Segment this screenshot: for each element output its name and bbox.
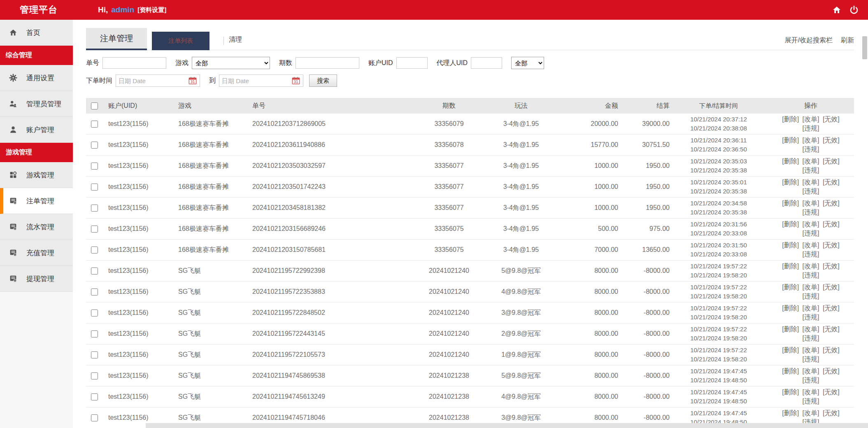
- action-invalid-link[interactable]: [无效]: [823, 137, 840, 144]
- action-violation-link[interactable]: [违规]: [803, 293, 819, 300]
- action-delete-link[interactable]: [删除]: [782, 242, 799, 249]
- action-invalid-link[interactable]: [无效]: [823, 388, 840, 395]
- action-delete-link[interactable]: [删除]: [782, 263, 799, 270]
- row-checkbox[interactable]: [91, 163, 98, 170]
- period-input[interactable]: [296, 57, 359, 69]
- action-delete-link[interactable]: [删除]: [782, 137, 799, 144]
- row-checkbox[interactable]: [91, 330, 98, 337]
- action-modify-link[interactable]: [改单]: [803, 200, 819, 207]
- action-modify-link[interactable]: [改单]: [803, 326, 819, 333]
- home-icon[interactable]: [832, 5, 842, 15]
- action-violation-link[interactable]: [违规]: [803, 335, 819, 342]
- action-modify-link[interactable]: [改单]: [803, 347, 819, 354]
- action-modify-link[interactable]: [改单]: [803, 158, 819, 165]
- action-modify-link[interactable]: [改单]: [803, 221, 819, 228]
- action-modify-link[interactable]: [改单]: [803, 242, 819, 249]
- calendar-icon[interactable]: 31: [188, 76, 197, 85]
- row-checkbox[interactable]: [91, 142, 98, 149]
- action-violation-link[interactable]: [违规]: [803, 314, 819, 321]
- action-violation-link[interactable]: [违规]: [803, 230, 819, 237]
- action-delete-link[interactable]: [删除]: [782, 347, 799, 354]
- agent-uid-input[interactable]: [471, 57, 502, 69]
- action-delete-link[interactable]: [删除]: [782, 158, 799, 165]
- row-checkbox[interactable]: [91, 247, 98, 254]
- row-checkbox[interactable]: [91, 309, 98, 316]
- sidebar-item-admin-management[interactable]: 管理员管理: [0, 91, 73, 117]
- action-violation-link[interactable]: [违规]: [803, 272, 819, 279]
- action-delete-link[interactable]: [删除]: [782, 326, 799, 333]
- action-invalid-link[interactable]: [无效]: [823, 305, 840, 312]
- action-delete-link[interactable]: [删除]: [782, 200, 799, 207]
- action-violation-link[interactable]: [违规]: [803, 125, 819, 132]
- action-delete-link[interactable]: [删除]: [782, 179, 799, 186]
- action-modify-link[interactable]: [改单]: [803, 368, 819, 374]
- action-modify-link[interactable]: [改单]: [803, 409, 819, 416]
- action-modify-link[interactable]: [改单]: [803, 263, 819, 270]
- tab-order-management[interactable]: 注单管理: [86, 28, 147, 50]
- action-invalid-link[interactable]: [无效]: [823, 409, 840, 416]
- row-checkbox[interactable]: [91, 121, 98, 128]
- date-to-input[interactable]: [222, 77, 291, 84]
- action-violation-link[interactable]: [违规]: [803, 167, 819, 174]
- action-invalid-link[interactable]: [无效]: [823, 200, 840, 207]
- action-invalid-link[interactable]: [无效]: [823, 347, 840, 354]
- action-invalid-link[interactable]: [无效]: [823, 116, 840, 123]
- scrollbar-thumb[interactable]: [862, 36, 867, 59]
- action-violation-link[interactable]: [违规]: [803, 377, 819, 384]
- action-modify-link[interactable]: [改单]: [803, 284, 819, 291]
- status-select[interactable]: 全部: [511, 57, 544, 69]
- action-modify-link[interactable]: [改单]: [803, 179, 819, 186]
- action-modify-link[interactable]: [改单]: [803, 388, 819, 395]
- action-delete-link[interactable]: [删除]: [782, 221, 799, 228]
- sidebar-item-order-management[interactable]: o 注单管理: [0, 188, 73, 214]
- date-from-input[interactable]: [119, 77, 188, 84]
- sidebar-item-withdraw-management[interactable]: o 提现管理: [0, 266, 73, 292]
- row-checkbox[interactable]: [91, 393, 98, 400]
- action-modify-link[interactable]: [改单]: [803, 137, 819, 144]
- search-button[interactable]: 搜索: [309, 74, 337, 87]
- row-checkbox[interactable]: [91, 414, 98, 421]
- action-delete-link[interactable]: [删除]: [782, 284, 799, 291]
- action-violation-link[interactable]: [违规]: [803, 398, 819, 405]
- account-uid-input[interactable]: [396, 57, 428, 69]
- action-delete-link[interactable]: [删除]: [782, 409, 799, 416]
- sidebar-item-game-management[interactable]: 游戏管理: [0, 162, 73, 188]
- order-no-input[interactable]: [102, 57, 166, 69]
- row-checkbox[interactable]: [91, 226, 98, 233]
- sidebar-item-account-management[interactable]: 账户管理: [0, 117, 73, 143]
- action-violation-link[interactable]: [违规]: [803, 356, 819, 363]
- sidebar-item-flow-management[interactable]: o 流水管理: [0, 214, 73, 240]
- row-checkbox[interactable]: [91, 372, 98, 379]
- select-all-checkbox[interactable]: [91, 102, 98, 109]
- game-select[interactable]: 全部: [192, 57, 270, 69]
- action-violation-link[interactable]: [违规]: [803, 209, 819, 216]
- row-checkbox[interactable]: [91, 288, 98, 295]
- sidebar-item-general-settings[interactable]: 通用设置: [0, 65, 73, 91]
- tab-cleanup[interactable]: 清理: [224, 35, 242, 50]
- refresh-link[interactable]: 刷新: [841, 36, 854, 45]
- calendar-icon[interactable]: 31: [291, 76, 300, 85]
- sidebar-item-recharge-management[interactable]: o 充值管理: [0, 240, 73, 266]
- action-violation-link[interactable]: [违规]: [803, 188, 819, 195]
- profile-settings-link[interactable]: [资料设置]: [137, 6, 166, 14]
- action-invalid-link[interactable]: [无效]: [823, 158, 840, 165]
- action-delete-link[interactable]: [删除]: [782, 116, 799, 123]
- action-delete-link[interactable]: [删除]: [782, 388, 799, 395]
- row-checkbox[interactable]: [91, 184, 98, 191]
- action-violation-link[interactable]: [违规]: [803, 251, 819, 258]
- sidebar-item-home[interactable]: 首页: [0, 20, 73, 46]
- action-delete-link[interactable]: [删除]: [782, 305, 799, 312]
- action-delete-link[interactable]: [删除]: [782, 368, 799, 374]
- action-invalid-link[interactable]: [无效]: [823, 284, 840, 291]
- action-invalid-link[interactable]: [无效]: [823, 179, 840, 186]
- row-checkbox[interactable]: [91, 268, 98, 274]
- action-violation-link[interactable]: [违规]: [803, 146, 819, 153]
- logout-power-icon[interactable]: [849, 5, 859, 15]
- tab-order-list[interactable]: 注单列表: [152, 32, 209, 50]
- row-checkbox[interactable]: [91, 351, 98, 358]
- action-invalid-link[interactable]: [无效]: [823, 221, 840, 228]
- action-modify-link[interactable]: [改单]: [803, 305, 819, 312]
- action-invalid-link[interactable]: [无效]: [823, 263, 840, 270]
- action-invalid-link[interactable]: [无效]: [823, 368, 840, 374]
- action-invalid-link[interactable]: [无效]: [823, 242, 840, 249]
